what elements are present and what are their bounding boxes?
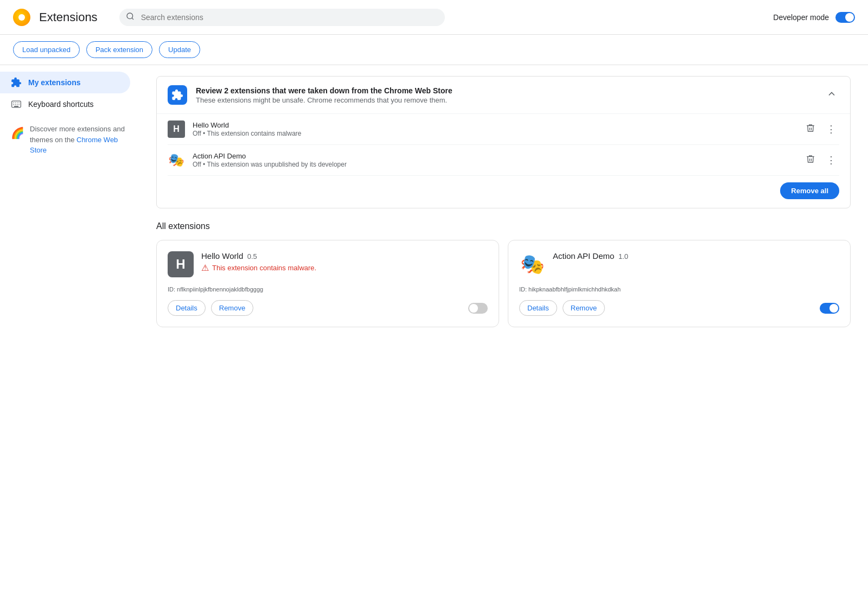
- search-input[interactable]: [119, 9, 445, 26]
- action-api-card: 🎭 Action API Demo 1.0 ID: hikpknaabfbhlf…: [508, 240, 851, 327]
- hello-world-card-id: ID: nflknpiinlpjkfbnennojakldbfbgggg: [168, 286, 488, 293]
- warning-ext-item: H Hello World Off • This extension conta…: [168, 114, 839, 145]
- action-api-card-header: 🎭 Action API Demo 1.0: [519, 251, 839, 277]
- action-api-warning-item: 🎭 Action API Demo Off • This extension w…: [168, 145, 839, 176]
- extensions-grid: H Hello World 0.5 ⚠ This extension conta…: [156, 240, 851, 327]
- svg-point-0: [127, 13, 133, 19]
- action-api-card-footer: Details Remove: [519, 300, 839, 316]
- remove-all-button[interactable]: Remove all: [780, 182, 839, 199]
- hello-world-card-icon: H: [168, 251, 194, 277]
- sidebar-item-my-extensions[interactable]: My extensions: [0, 72, 130, 93]
- warning-title: Review 2 extensions that were taken down…: [196, 86, 452, 95]
- hello-world-warning-icon: H: [168, 120, 185, 138]
- developer-mode-section: Developer mode: [773, 12, 855, 23]
- hello-world-warning-info: Hello World Off • This extension contain…: [193, 121, 795, 137]
- hello-world-card-footer: Details Remove: [168, 300, 488, 316]
- hello-world-warning-status: Off • This extension contains malware: [193, 130, 795, 137]
- sidebar: My extensions Keyboard shortcuts: [0, 65, 139, 597]
- developer-mode-toggle[interactable]: [835, 12, 855, 23]
- hello-world-toggle[interactable]: [468, 303, 488, 314]
- action-api-trash-button[interactable]: [802, 152, 819, 169]
- main-content: Review 2 extensions that were taken down…: [139, 65, 868, 597]
- sidebar-keyboard-shortcuts-label: Keyboard shortcuts: [28, 100, 94, 109]
- warning-collapse-button[interactable]: [824, 86, 839, 104]
- search-bar: [119, 9, 445, 26]
- action-api-card-info: Action API Demo 1.0: [553, 251, 628, 261]
- warning-puzzle-icon: [168, 85, 187, 105]
- warning-banner: Review 2 extensions that were taken down…: [156, 76, 851, 208]
- rainbow-icon: 🌈: [11, 125, 24, 141]
- header: Extensions Developer mode: [0, 0, 868, 35]
- hello-world-more-button[interactable]: ⋮: [823, 121, 839, 137]
- action-api-remove-button[interactable]: Remove: [563, 300, 605, 316]
- action-api-warning-name: Action API Demo: [193, 152, 795, 160]
- action-api-warning-actions: ⋮: [802, 152, 839, 169]
- action-api-details-button[interactable]: Details: [519, 300, 557, 316]
- layout: My extensions Keyboard shortcuts: [0, 65, 868, 597]
- toolbar: Load unpacked Pack extension Update: [0, 35, 868, 65]
- hello-world-warning-name: Hello World: [193, 121, 795, 129]
- action-api-warning-icon: 🎭: [168, 151, 185, 169]
- svg-line-1: [132, 18, 133, 20]
- warning-items: H Hello World Off • This extension conta…: [157, 113, 850, 208]
- page-title: Extensions: [39, 10, 98, 24]
- all-extensions-title: All extensions: [156, 221, 851, 231]
- remove-all-wrapper: Remove all: [168, 176, 839, 208]
- update-button[interactable]: Update: [159, 41, 200, 58]
- hello-world-details-button[interactable]: Details: [168, 300, 206, 316]
- sidebar-discover: 🌈 Discover more extensions and themes on…: [11, 124, 128, 156]
- action-api-card-id: ID: hikpknaabfbhlfjpimlkmichhdhkdkah: [519, 286, 839, 293]
- warning-subtitle: These extensions might be unsafe. Chrome…: [196, 96, 452, 104]
- warning-header[interactable]: Review 2 extensions that were taken down…: [157, 77, 850, 113]
- hello-world-card-header: H Hello World 0.5 ⚠ This extension conta…: [168, 251, 488, 277]
- hello-world-remove-button[interactable]: Remove: [211, 300, 253, 316]
- puzzle-icon: [11, 77, 22, 88]
- pack-extension-button[interactable]: Pack extension: [86, 41, 152, 58]
- keyboard-icon: [11, 99, 22, 110]
- warning-text: Review 2 extensions that were taken down…: [196, 86, 452, 104]
- action-api-toggle[interactable]: [820, 303, 839, 314]
- action-api-more-button[interactable]: ⋮: [823, 152, 839, 168]
- action-api-warning-info: Action API Demo Off • This extension was…: [193, 152, 795, 168]
- hello-world-card: H Hello World 0.5 ⚠ This extension conta…: [156, 240, 499, 327]
- sidebar-my-extensions-label: My extensions: [28, 78, 80, 87]
- hello-world-trash-button[interactable]: [802, 121, 819, 138]
- chrome-logo: [13, 9, 30, 26]
- action-api-card-icon: 🎭: [519, 251, 545, 277]
- developer-mode-label: Developer mode: [773, 13, 829, 22]
- hello-world-card-info: Hello World 0.5 ⚠ This extension contain…: [201, 251, 316, 273]
- load-unpacked-button[interactable]: Load unpacked: [13, 41, 80, 58]
- search-icon: [126, 12, 135, 23]
- all-extensions-section: All extensions H Hello World 0.5 ⚠: [156, 221, 851, 327]
- hello-world-card-name: Hello World 0.5: [201, 251, 316, 261]
- error-icon: ⚠: [201, 263, 209, 273]
- action-api-warning-status: Off • This extension was unpublished by …: [193, 161, 795, 168]
- hello-world-warning-actions: ⋮: [802, 121, 839, 138]
- hello-world-card-error: ⚠ This extension contains malware.: [201, 263, 316, 273]
- sidebar-item-keyboard-shortcuts[interactable]: Keyboard shortcuts: [0, 93, 130, 115]
- action-api-card-name: Action API Demo 1.0: [553, 251, 628, 261]
